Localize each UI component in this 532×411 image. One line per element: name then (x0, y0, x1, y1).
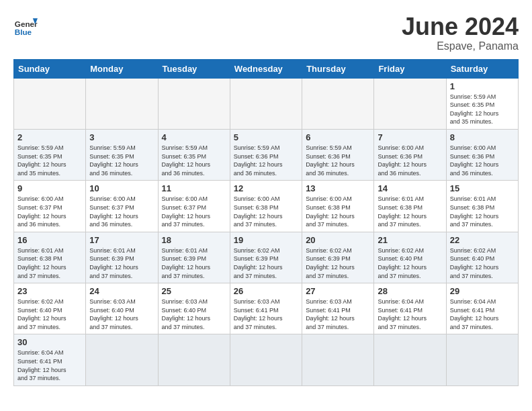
day-number: 24 (89, 286, 154, 296)
day-number: 22 (450, 235, 515, 245)
col-header-sunday: Sunday (14, 59, 86, 78)
day-number: 25 (162, 286, 226, 296)
title-block: June 2024 Espave, Panama (402, 13, 519, 52)
day-info: Sunrise: 5:59 AM Sunset: 6:35 PM Dayligh… (17, 144, 82, 177)
day-info: Sunrise: 6:01 AM Sunset: 6:38 PM Dayligh… (378, 195, 442, 228)
calendar-cell: 13Sunrise: 6:00 AM Sunset: 6:38 PM Dayli… (302, 181, 374, 232)
calendar-cell (14, 78, 86, 129)
calendar-cell (230, 78, 302, 129)
calendar-cell: 26Sunrise: 6:03 AM Sunset: 6:41 PM Dayli… (230, 283, 302, 334)
calendar-cell (374, 78, 446, 129)
calendar-cell: 30Sunrise: 6:04 AM Sunset: 6:41 PM Dayli… (14, 334, 86, 385)
day-info: Sunrise: 5:59 AM Sunset: 6:36 PM Dayligh… (306, 144, 370, 177)
calendar-cell (230, 334, 302, 385)
day-number: 27 (306, 286, 370, 296)
day-info: Sunrise: 6:00 AM Sunset: 6:38 PM Dayligh… (306, 195, 370, 228)
calendar-cell: 9Sunrise: 6:00 AM Sunset: 6:37 PM Daylig… (14, 181, 86, 232)
calendar-cell: 3Sunrise: 5:59 AM Sunset: 6:35 PM Daylig… (86, 129, 158, 180)
day-info: Sunrise: 6:01 AM Sunset: 6:38 PM Dayligh… (450, 195, 515, 228)
location: Espave, Panama (402, 40, 519, 52)
calendar-cell: 5Sunrise: 5:59 AM Sunset: 6:36 PM Daylig… (230, 129, 302, 180)
calendar-cell: 28Sunrise: 6:04 AM Sunset: 6:41 PM Dayli… (374, 283, 446, 334)
day-number: 30 (17, 337, 82, 347)
calendar-cell: 12Sunrise: 6:00 AM Sunset: 6:38 PM Dayli… (230, 181, 302, 232)
calendar-week-6: 30Sunrise: 6:04 AM Sunset: 6:41 PM Dayli… (14, 334, 519, 385)
col-header-tuesday: Tuesday (158, 59, 230, 78)
day-number: 4 (162, 132, 226, 142)
calendar-cell: 17Sunrise: 6:01 AM Sunset: 6:39 PM Dayli… (86, 232, 158, 283)
calendar-header-row: SundayMondayTuesdayWednesdayThursdayFrid… (14, 59, 519, 78)
day-number: 11 (162, 183, 226, 193)
day-number: 13 (306, 183, 370, 193)
col-header-wednesday: Wednesday (230, 59, 302, 78)
day-number: 23 (17, 286, 82, 296)
svg-text:Blue: Blue (15, 28, 32, 36)
day-number: 28 (378, 286, 442, 296)
day-number: 17 (89, 235, 154, 245)
calendar-week-4: 16Sunrise: 6:01 AM Sunset: 6:38 PM Dayli… (14, 232, 519, 283)
day-info: Sunrise: 5:59 AM Sunset: 6:35 PM Dayligh… (89, 144, 154, 177)
calendar-cell (158, 334, 230, 385)
day-number: 20 (306, 235, 370, 245)
day-info: Sunrise: 5:59 AM Sunset: 6:35 PM Dayligh… (450, 93, 515, 126)
day-info: Sunrise: 6:03 AM Sunset: 6:41 PM Dayligh… (306, 298, 370, 331)
day-info: Sunrise: 5:59 AM Sunset: 6:35 PM Dayligh… (162, 144, 226, 177)
logo: General Blue (13, 13, 38, 38)
calendar-cell: 21Sunrise: 6:02 AM Sunset: 6:40 PM Dayli… (374, 232, 446, 283)
day-info: Sunrise: 6:03 AM Sunset: 6:41 PM Dayligh… (234, 298, 298, 331)
calendar-cell (302, 334, 374, 385)
calendar-cell: 4Sunrise: 5:59 AM Sunset: 6:35 PM Daylig… (158, 129, 230, 180)
calendar-cell (302, 78, 374, 129)
calendar-cell: 24Sunrise: 6:03 AM Sunset: 6:40 PM Dayli… (86, 283, 158, 334)
day-number: 5 (234, 132, 298, 142)
col-header-saturday: Saturday (446, 59, 518, 78)
day-info: Sunrise: 6:02 AM Sunset: 6:40 PM Dayligh… (378, 246, 442, 280)
day-number: 2 (17, 132, 82, 142)
day-info: Sunrise: 6:02 AM Sunset: 6:39 PM Dayligh… (234, 246, 298, 280)
day-info: Sunrise: 6:02 AM Sunset: 6:39 PM Dayligh… (306, 246, 370, 280)
day-number: 12 (234, 183, 298, 193)
calendar-cell: 14Sunrise: 6:01 AM Sunset: 6:38 PM Dayli… (374, 181, 446, 232)
calendar-cell: 18Sunrise: 6:01 AM Sunset: 6:39 PM Dayli… (158, 232, 230, 283)
day-number: 16 (17, 235, 82, 245)
calendar-week-3: 9Sunrise: 6:00 AM Sunset: 6:37 PM Daylig… (14, 181, 519, 232)
day-info: Sunrise: 6:03 AM Sunset: 6:40 PM Dayligh… (162, 298, 226, 331)
day-number: 1 (450, 81, 515, 91)
calendar-cell: 16Sunrise: 6:01 AM Sunset: 6:38 PM Dayli… (14, 232, 86, 283)
calendar-cell: 15Sunrise: 6:01 AM Sunset: 6:38 PM Dayli… (446, 181, 518, 232)
day-info: Sunrise: 6:01 AM Sunset: 6:38 PM Dayligh… (17, 246, 82, 280)
calendar-cell (86, 78, 158, 129)
day-number: 29 (450, 286, 515, 296)
day-number: 3 (89, 132, 154, 142)
day-info: Sunrise: 6:02 AM Sunset: 6:40 PM Dayligh… (17, 298, 82, 331)
calendar-cell: 22Sunrise: 6:02 AM Sunset: 6:40 PM Dayli… (446, 232, 518, 283)
day-number: 8 (450, 132, 515, 142)
day-info: Sunrise: 6:00 AM Sunset: 6:36 PM Dayligh… (378, 144, 442, 177)
calendar-table: SundayMondayTuesdayWednesdayThursdayFrid… (13, 59, 519, 386)
day-info: Sunrise: 5:59 AM Sunset: 6:36 PM Dayligh… (234, 144, 298, 177)
day-number: 19 (234, 235, 298, 245)
calendar-cell: 10Sunrise: 6:00 AM Sunset: 6:37 PM Dayli… (86, 181, 158, 232)
calendar-cell (446, 334, 518, 385)
day-info: Sunrise: 6:00 AM Sunset: 6:36 PM Dayligh… (450, 144, 515, 177)
calendar-cell: 8Sunrise: 6:00 AM Sunset: 6:36 PM Daylig… (446, 129, 518, 180)
col-header-friday: Friday (374, 59, 446, 78)
calendar-cell: 19Sunrise: 6:02 AM Sunset: 6:39 PM Dayli… (230, 232, 302, 283)
day-info: Sunrise: 6:04 AM Sunset: 6:41 PM Dayligh… (17, 349, 82, 382)
logo-icon: General Blue (13, 13, 38, 38)
day-info: Sunrise: 6:03 AM Sunset: 6:40 PM Dayligh… (89, 298, 154, 331)
day-number: 15 (450, 183, 515, 193)
calendar-week-5: 23Sunrise: 6:02 AM Sunset: 6:40 PM Dayli… (14, 283, 519, 334)
day-info: Sunrise: 6:01 AM Sunset: 6:39 PM Dayligh… (89, 246, 154, 280)
day-number: 6 (306, 132, 370, 142)
day-number: 10 (89, 183, 154, 193)
day-number: 18 (162, 235, 226, 245)
calendar-cell: 6Sunrise: 5:59 AM Sunset: 6:36 PM Daylig… (302, 129, 374, 180)
day-number: 14 (378, 183, 442, 193)
calendar-cell: 27Sunrise: 6:03 AM Sunset: 6:41 PM Dayli… (302, 283, 374, 334)
col-header-thursday: Thursday (302, 59, 374, 78)
day-info: Sunrise: 6:00 AM Sunset: 6:38 PM Dayligh… (234, 195, 298, 228)
page-header: General Blue June 2024 Espave, Panama (13, 13, 519, 52)
calendar-cell: 25Sunrise: 6:03 AM Sunset: 6:40 PM Dayli… (158, 283, 230, 334)
day-number: 26 (234, 286, 298, 296)
